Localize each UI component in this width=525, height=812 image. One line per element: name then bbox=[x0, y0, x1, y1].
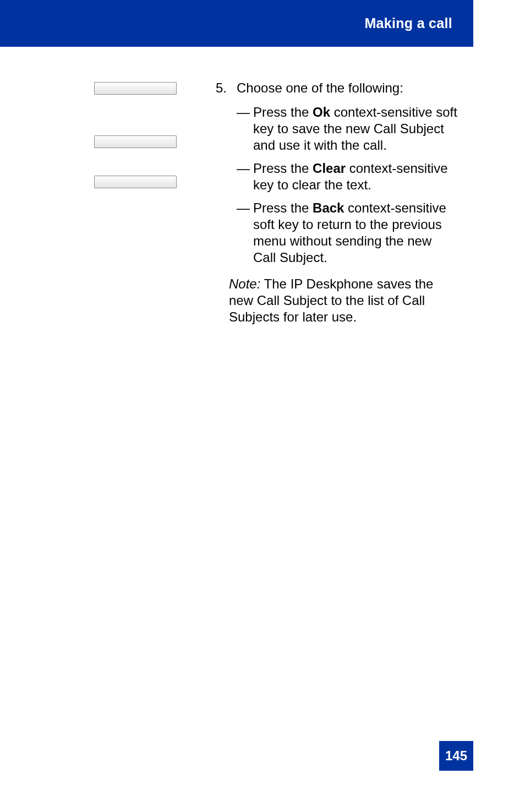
step-content: 5. Choose one of the following: — Press … bbox=[216, 80, 458, 325]
softkey-back-button[interactable] bbox=[94, 176, 177, 188]
header-title: Making a call bbox=[364, 15, 452, 31]
item-text: Press the Ok context-sensitive soft key … bbox=[253, 104, 458, 154]
list-item: — Press the Back context-sensitive soft … bbox=[216, 200, 458, 266]
item-text: Press the Back context-sensitive soft ke… bbox=[253, 200, 458, 266]
dash-bullet: — bbox=[237, 160, 253, 193]
dash-bullet: — bbox=[237, 104, 253, 154]
page-header: Making a call bbox=[0, 0, 473, 47]
dash-bullet: — bbox=[237, 200, 253, 266]
item-key: Back bbox=[313, 200, 344, 215]
list-item: — Press the Ok context-sensitive soft ke… bbox=[216, 104, 458, 154]
item-pre: Press the bbox=[253, 105, 313, 119]
step-row: 5. Choose one of the following: bbox=[216, 80, 458, 96]
softkey-ok-button[interactable] bbox=[94, 82, 177, 95]
item-key: Clear bbox=[313, 161, 346, 176]
step-number: 5. bbox=[216, 80, 237, 96]
item-pre: Press the bbox=[253, 200, 313, 215]
item-key: Ok bbox=[313, 105, 330, 119]
list-item: — Press the Clear context-sensitive key … bbox=[216, 160, 458, 193]
page-number-box: 145 bbox=[439, 741, 473, 771]
page: Making a call 5. Choose one of the follo… bbox=[0, 0, 525, 812]
softkey-column bbox=[94, 82, 177, 229]
item-text: Press the Clear context-sensitive key to… bbox=[253, 160, 458, 193]
page-number: 145 bbox=[445, 748, 467, 764]
note-label: Note: bbox=[229, 276, 260, 291]
softkey-clear-button[interactable] bbox=[94, 135, 177, 148]
item-pre: Press the bbox=[253, 161, 313, 176]
note-block: Note: The IP Deskphone saves the new Cal… bbox=[216, 276, 458, 325]
step-intro: Choose one of the following: bbox=[237, 80, 458, 96]
